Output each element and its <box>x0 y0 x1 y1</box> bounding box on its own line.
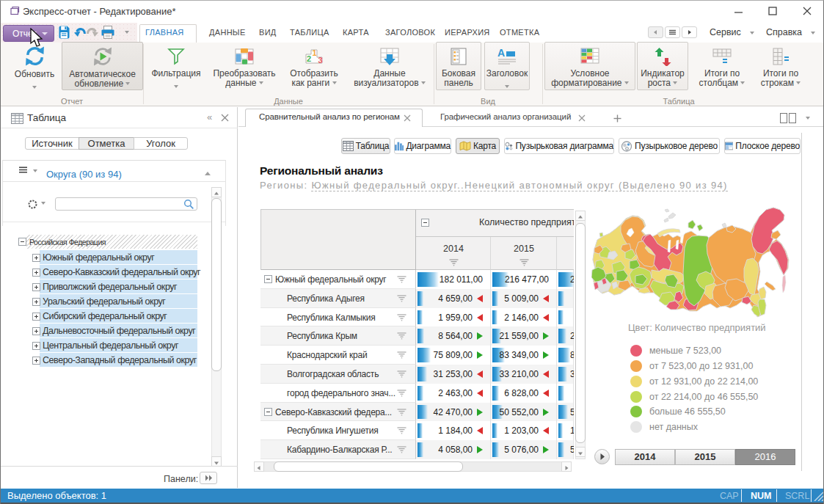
svg-text:1: 1 <box>313 48 317 57</box>
svg-text:2: 2 <box>307 54 311 63</box>
svg-text:3: 3 <box>318 56 323 65</box>
svg-text:A: A <box>497 47 505 59</box>
